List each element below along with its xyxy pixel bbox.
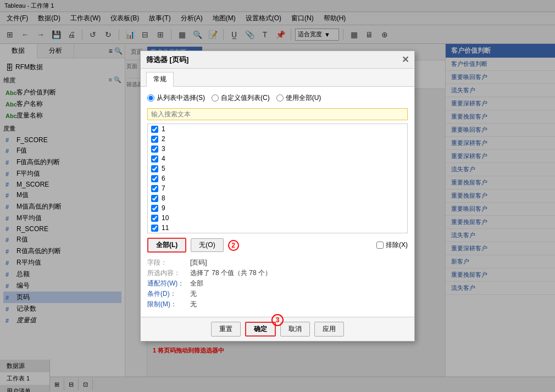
- modal-list-items: 1234567891011: [148, 124, 407, 233]
- modal-close-btn[interactable]: ✕: [402, 54, 409, 65]
- filter-search-input[interactable]: [147, 108, 408, 120]
- modal-title: 筛选器 [页码]: [146, 55, 188, 65]
- summary-wildcard-row: 通配符(W)： 全部: [147, 279, 408, 288]
- filter-list-item[interactable]: 6: [148, 173, 407, 183]
- filter-value: 5: [162, 165, 165, 172]
- filter-value: 6: [162, 175, 165, 182]
- summary-condition-value: 无: [190, 289, 197, 299]
- filter-list-item[interactable]: 3: [148, 144, 407, 154]
- summary-condition-row: 条件(D)： 无: [147, 289, 408, 299]
- filter-checkbox[interactable]: [151, 185, 158, 192]
- modal-tabs: 常规: [141, 69, 414, 87]
- radio-from-list[interactable]: 从列表中选择(S): [147, 93, 205, 103]
- filter-checkbox[interactable]: [151, 175, 158, 182]
- exclude-label: 排除(X): [386, 240, 408, 250]
- filter-value: 10: [162, 214, 169, 222]
- summary-limit-label[interactable]: 限制(M)：: [147, 300, 186, 309]
- step3-circle: 3: [271, 314, 284, 326]
- exclude-row: 排除(X): [376, 240, 408, 250]
- filter-list-item[interactable]: 11: [148, 223, 407, 233]
- summary-wildcard-value: 全部: [190, 279, 203, 288]
- filter-modal: 筛选器 [页码] ✕ 常规 从列表中选择(S) 自定义值列表(C) 使用全部(U…: [140, 51, 415, 341]
- summary-field-row: 字段： [页码]: [147, 258, 408, 267]
- filter-value: 11: [162, 224, 169, 232]
- btn-apply[interactable]: 应用: [314, 322, 344, 337]
- radio-custom-list[interactable]: 自定义值列表(C): [212, 93, 270, 103]
- filter-value: 7: [162, 184, 165, 192]
- summary-field-label: 字段：: [147, 258, 186, 267]
- filter-checkbox[interactable]: [151, 225, 158, 232]
- modal-footer: 重置 确定 3 取消 应用: [141, 317, 414, 341]
- summary-selected-row: 所选内容： 选择了 78 个值（共 78 个）: [147, 268, 408, 278]
- filter-value: 4: [162, 155, 165, 163]
- filter-checkbox[interactable]: [151, 136, 158, 143]
- btn-none[interactable]: 无(O): [191, 238, 223, 252]
- filter-list-item[interactable]: 4: [148, 154, 407, 164]
- btn-confirm[interactable]: 确定: [245, 322, 276, 337]
- filter-list-item[interactable]: 1: [148, 124, 407, 134]
- summary-condition-label[interactable]: 条件(D)：: [147, 289, 186, 299]
- step2-circle: 2: [228, 240, 239, 251]
- filter-value: 2: [162, 135, 165, 143]
- filter-checkbox[interactable]: [151, 155, 158, 163]
- summary-limit-value: 无: [190, 300, 197, 309]
- filter-list-item[interactable]: 10: [148, 213, 407, 223]
- modal-titlebar: 筛选器 [页码] ✕: [141, 51, 414, 69]
- filter-value: 1: [162, 125, 165, 133]
- filter-value: 8: [162, 194, 165, 202]
- filter-checkbox[interactable]: [151, 145, 158, 153]
- filter-list-item[interactable]: 2: [148, 134, 407, 144]
- modal-body: 从列表中选择(S) 自定义值列表(C) 使用全部(U) 123456789101…: [141, 87, 414, 317]
- filter-checkbox[interactable]: [151, 165, 158, 172]
- summary-field-value: [页码]: [190, 258, 207, 267]
- summary-selected-value: 选择了 78 个值（共 78 个）: [190, 268, 271, 278]
- modal-tab-general[interactable]: 常规: [146, 72, 174, 87]
- filter-checkbox[interactable]: [151, 205, 158, 212]
- radio-use-all[interactable]: 使用全部(U): [276, 93, 321, 103]
- btn-reset[interactable]: 重置: [211, 322, 241, 337]
- filter-list-item[interactable]: 7: [148, 183, 407, 193]
- filter-list-item[interactable]: 9: [148, 203, 407, 213]
- filter-list-item[interactable]: 8: [148, 193, 407, 203]
- action-row: 全部(L) 无(O) 2 排除(X): [147, 238, 408, 253]
- summary-limit-row: 限制(M)： 无: [147, 300, 408, 309]
- radio-group: 从列表中选择(S) 自定义值列表(C) 使用全部(U): [147, 93, 408, 103]
- btn-cancel[interactable]: 取消: [280, 322, 310, 337]
- summary-selected-label: 所选内容：: [147, 268, 186, 278]
- filter-checkbox[interactable]: [151, 195, 158, 202]
- filter-checkbox[interactable]: [151, 126, 158, 133]
- filter-value: 3: [162, 145, 165, 153]
- filter-list-item[interactable]: 5: [148, 164, 407, 173]
- summary-section: 字段： [页码] 所选内容： 选择了 78 个值（共 78 个） 通配符(W)：…: [147, 258, 408, 309]
- summary-wildcard-label[interactable]: 通配符(W)：: [147, 279, 186, 288]
- btn-all[interactable]: 全部(L): [147, 238, 186, 253]
- modal-overlay: 筛选器 [页码] ✕ 常规 从列表中选择(S) 自定义值列表(C) 使用全部(U…: [0, 0, 555, 392]
- filter-value: 9: [162, 204, 165, 212]
- exclude-checkbox[interactable]: [376, 242, 384, 249]
- filter-checkbox[interactable]: [151, 215, 158, 222]
- filter-list[interactable]: 1234567891011: [147, 124, 408, 233]
